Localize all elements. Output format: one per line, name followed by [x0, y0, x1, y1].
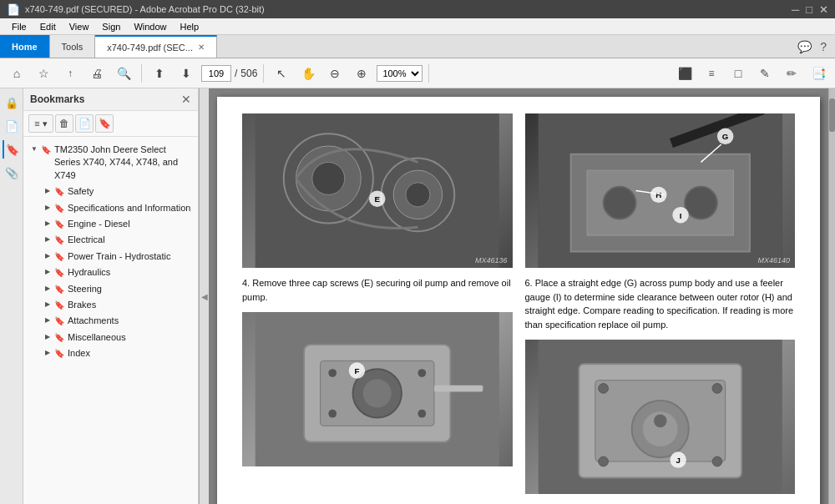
- markup-button[interactable]: ✎: [753, 62, 777, 85]
- svg-text:E: E: [375, 194, 381, 204]
- sidebar-item-specs[interactable]: 🔖 Specifications and Information: [40, 200, 195, 216]
- misc-label: Miscellaneous: [65, 331, 126, 344]
- nav-attach-icon[interactable]: 📎: [3, 164, 21, 182]
- menu-edit[interactable]: Edit: [33, 21, 63, 33]
- close-button[interactable]: ✕: [819, 3, 828, 16]
- nav-layers-icon[interactable]: 📄: [3, 117, 21, 135]
- step-6-text: 6. Place a straight edge (G) across pump…: [525, 278, 794, 330]
- sidebar-item-miscellaneous[interactable]: 🔖 Miscellaneous: [40, 330, 195, 345]
- open-button[interactable]: ↑: [58, 62, 82, 85]
- draw-button[interactable]: ✏: [780, 62, 803, 85]
- comment-tool-button[interactable]: □: [726, 62, 750, 85]
- sidebar-item-engine[interactable]: 🔖 Engine - Diesel: [40, 216, 195, 232]
- left-panel-icons: 🔒 📄 🔖 📎: [0, 88, 23, 504]
- nav-bookmark-icon[interactable]: 🔒: [3, 93, 21, 112]
- menu-sign[interactable]: Sign: [95, 21, 127, 33]
- safety-bookmark-icon: 🔖: [53, 186, 65, 197]
- sidebar-item-steering[interactable]: 🔖 Steering: [40, 281, 195, 297]
- step-4-text: 4. Remove three cap screws (E) securing …: [242, 278, 511, 302]
- pdf-right-column: G H I MX46140: [525, 113, 796, 494]
- index-label: Index: [65, 347, 90, 360]
- tab-home[interactable]: Home: [0, 35, 50, 58]
- menu-help[interactable]: Help: [174, 21, 206, 33]
- sidebar-new-button[interactable]: 📄: [75, 114, 94, 133]
- scroll-track[interactable]: [828, 88, 835, 504]
- hand-tool-button[interactable]: ✋: [296, 62, 320, 85]
- svg-text:H: H: [655, 190, 661, 199]
- svg-point-45: [712, 384, 722, 394]
- fit-page-button[interactable]: ⬛: [673, 62, 696, 85]
- zoom-in-button[interactable]: ⊕: [350, 62, 373, 85]
- menu-view[interactable]: View: [63, 21, 96, 33]
- step-4-caption: 4. Remove three cap screws (E) securing …: [242, 276, 513, 304]
- tab-document[interactable]: x740-749.pdf (SEC... ✕: [95, 35, 217, 58]
- tree-root-item[interactable]: 🔖 TM2350 John Deere Select Series X740, …: [27, 142, 195, 184]
- home-button[interactable]: ⌂: [5, 62, 28, 85]
- pdf-image-pump-j: J: [525, 340, 796, 494]
- comment-icon[interactable]: 💬: [797, 40, 812, 53]
- sidebar-item-attachments[interactable]: 🔖 Attachments: [40, 313, 195, 329]
- specs-label: Specifications and Information: [65, 202, 190, 214]
- tab-tools[interactable]: Tools: [50, 35, 96, 58]
- minimize-button[interactable]: ─: [792, 3, 799, 16]
- print-button[interactable]: 🖨: [85, 62, 109, 85]
- svg-point-3: [312, 162, 345, 194]
- sidebar-item-brakes[interactable]: 🔖 Brakes: [40, 297, 195, 313]
- attachments-toggle-icon: [42, 315, 53, 325]
- sidebar-item-powertrain[interactable]: 🔖 Power Train - Hydrostatic: [40, 249, 195, 265]
- document-tab-label: x740-749.pdf (SEC...: [107, 43, 193, 53]
- help-icon[interactable]: ?: [820, 40, 827, 53]
- page-navigation: / 506: [201, 65, 257, 82]
- sidebar-delete-button[interactable]: 🗑: [55, 114, 73, 133]
- steering-bookmark-icon: 🔖: [53, 284, 65, 295]
- zoom-select[interactable]: 100% 75% 125% 150%: [377, 65, 423, 82]
- toolbar-right-tools: ⬛ ≡ □ ✎ ✏ 📑: [673, 62, 830, 85]
- engine-label: Engine - Diesel: [65, 218, 130, 230]
- page-down-button[interactable]: ⬇: [175, 62, 198, 85]
- steering-toggle-icon: [42, 284, 53, 294]
- brakes-label: Brakes: [65, 299, 96, 311]
- engine-bookmark-icon: 🔖: [53, 219, 65, 229]
- favorites-button[interactable]: ☆: [32, 62, 55, 85]
- misc-bookmark-icon: 🔖: [53, 332, 65, 343]
- page-up-button[interactable]: ⬆: [148, 62, 171, 85]
- toolbar-separator-2: [263, 64, 264, 83]
- root-bookmark-icon: 🔖: [40, 144, 52, 155]
- zoom-out-button[interactable]: ⊖: [323, 62, 347, 85]
- sidebar-collapse-handle[interactable]: ◀: [199, 88, 209, 504]
- svg-point-46: [598, 456, 608, 466]
- tab-close-button[interactable]: ✕: [198, 43, 205, 52]
- nav-bookmark-active-icon[interactable]: 🔖: [3, 140, 21, 159]
- menu-file[interactable]: File: [5, 21, 33, 33]
- toolbar-separator-3: [428, 64, 429, 83]
- scroll-thumb[interactable]: [829, 98, 835, 132]
- sidebar-item-safety[interactable]: 🔖 Safety: [40, 184, 195, 199]
- electrical-bookmark-icon: 🔖: [53, 234, 65, 245]
- misc-toggle-icon: [42, 332, 53, 342]
- sidebar-close-button[interactable]: ✕: [181, 93, 191, 106]
- total-pages: 506: [240, 68, 257, 79]
- sidebar-menu-button[interactable]: ≡ ▾: [28, 114, 53, 133]
- menu-window[interactable]: Window: [127, 21, 173, 33]
- sidebar-bookmark-button[interactable]: 🔖: [95, 114, 114, 133]
- engine-toggle-icon: [42, 219, 53, 229]
- sidebar-item-hydraulics[interactable]: 🔖 Hydraulics: [40, 265, 195, 280]
- select-tool-button[interactable]: ↖: [270, 62, 293, 85]
- powertrain-bookmark-icon: 🔖: [53, 251, 65, 262]
- sidebar-toolbar: ≡ ▾ 🗑 📄 🔖: [23, 111, 198, 137]
- home-tab-label: Home: [12, 42, 38, 52]
- brakes-bookmark-icon: 🔖: [53, 300, 65, 310]
- search-button[interactable]: 🔍: [112, 62, 135, 85]
- pdf-viewer-area[interactable]: E MX46136 4. Remove three cap screws (E)…: [209, 88, 828, 504]
- stamp-button[interactable]: 📑: [807, 62, 830, 85]
- steering-label: Steering: [65, 283, 102, 295]
- page-number-input[interactable]: [201, 65, 231, 82]
- maximize-button[interactable]: □: [806, 3, 812, 16]
- svg-text:J: J: [676, 456, 680, 465]
- sidebar-item-electrical[interactable]: 🔖 Electrical: [40, 232, 195, 248]
- sidebar-item-index[interactable]: 🔖 Index: [40, 345, 195, 361]
- two-page-button[interactable]: ≡: [700, 62, 723, 85]
- attachments-label: Attachments: [65, 315, 119, 327]
- svg-point-13: [362, 379, 392, 408]
- pdf-left-column: E MX46136 4. Remove three cap screws (E)…: [242, 113, 513, 494]
